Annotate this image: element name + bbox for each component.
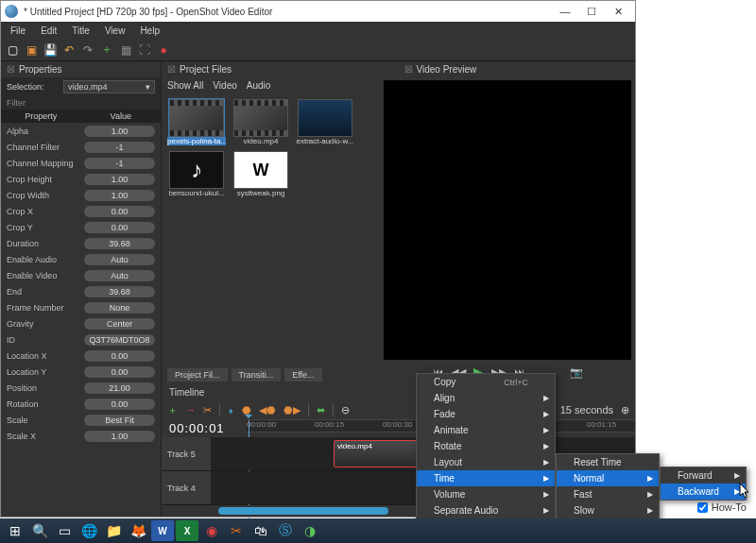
center-playhead-icon[interactable]: ⬌ (317, 404, 325, 416)
menu-item[interactable]: Time▶ (417, 470, 555, 486)
property-row[interactable]: Position21.00 (1, 380, 161, 396)
property-header: PropertyValue (1, 110, 161, 123)
project-files-tab: ☒Project Files (162, 61, 399, 76)
property-row[interactable]: End39.68 (1, 283, 161, 299)
property-row[interactable]: Enable AudioAuto (1, 251, 161, 267)
property-row[interactable]: Alpha1.00 (1, 123, 161, 139)
excel-icon[interactable]: X (176, 520, 198, 541)
razor-icon[interactable]: ✂ (203, 404, 212, 416)
start-icon[interactable]: ⊞ (4, 520, 26, 541)
profile-icon[interactable]: ▦ (118, 42, 133, 58)
properties-header: ☒Properties (1, 61, 161, 77)
chrome-icon[interactable]: 🌐 (77, 520, 100, 541)
filter-input[interactable]: Filter (1, 96, 161, 110)
project-file[interactable]: video.mp4 (232, 99, 290, 145)
menu-item[interactable]: Separate Audio▶ (417, 502, 555, 518)
taskbar: ⊞ 🔍 ▭ 🌐 📁 🦊 W X ◉ ✂ 🛍 Ⓢ ◑ (0, 518, 756, 543)
project-files-lower-tab[interactable]: Project Fil... (167, 368, 228, 382)
explorer-icon[interactable]: 📁 (102, 520, 125, 541)
panel-close-icon[interactable]: ☒ (404, 64, 413, 75)
property-row[interactable]: Scale X1.00 (1, 428, 161, 444)
property-row[interactable]: Duration39.68 (1, 235, 161, 251)
panel-close-icon[interactable]: ☒ (167, 64, 176, 75)
app-icon[interactable]: ◉ (200, 520, 223, 541)
property-row[interactable]: Crop X0.00 (1, 203, 161, 219)
menu-item[interactable]: CopyCtrl+C (417, 374, 555, 390)
properties-panel: ☒Properties Selection: video.mp4▾ Filter… (1, 61, 162, 517)
project-file[interactable]: Wsysttweak.png (232, 151, 290, 197)
next-marker-icon[interactable]: ⬣▶ (284, 404, 301, 416)
menu-item[interactable]: Volume▶ (417, 486, 555, 502)
property-row[interactable]: Crop Height1.00 (1, 171, 161, 187)
menu-item[interactable]: Normal▶ (557, 470, 659, 486)
selection-dropdown[interactable]: video.mp4▾ (63, 80, 155, 93)
menu-edit[interactable]: Edit (33, 24, 64, 38)
menu-view[interactable]: View (97, 24, 133, 38)
menu-title[interactable]: Title (64, 24, 97, 38)
menu-item[interactable]: Slow▶ (557, 502, 659, 518)
video-filter-tab[interactable]: Video (213, 80, 236, 91)
property-row[interactable]: Channel Filter-1 (1, 139, 161, 155)
property-row[interactable]: ScaleBest Fit (1, 412, 161, 428)
new-icon[interactable]: ▢ (5, 42, 20, 58)
audio-filter-tab[interactable]: Audio (247, 80, 271, 91)
skype-icon[interactable]: Ⓢ (274, 520, 297, 541)
project-file[interactable]: ♪bensound-ukul... (167, 151, 226, 197)
maximize-button[interactable]: ☐ (578, 3, 605, 20)
panel-close-icon[interactable]: ☒ (7, 64, 15, 75)
property-row[interactable]: IDQ3T76MDT0O8 (1, 331, 161, 348)
project-file[interactable]: pexels-polina-ta... (167, 99, 226, 145)
remove-track-icon[interactable]: → (185, 404, 196, 416)
redo-icon[interactable]: ↷ (80, 42, 95, 58)
menu-file[interactable]: File (3, 24, 33, 38)
save-icon[interactable]: 💾 (43, 42, 58, 58)
fullscreen-icon[interactable]: ⛶ (137, 42, 152, 58)
export-icon[interactable]: ● (156, 42, 171, 58)
property-row[interactable]: GravityCenter (1, 315, 161, 331)
zoom-label: 15 seconds (560, 404, 613, 416)
property-row[interactable]: Location X0.00 (1, 348, 161, 364)
menu-help[interactable]: Help (132, 24, 167, 38)
effects-tab[interactable]: Effe... (284, 368, 321, 382)
menu-item[interactable]: Fade▶ (417, 406, 555, 422)
show-all-tab[interactable]: Show All (167, 80, 203, 91)
menu-item[interactable]: Reset Time (557, 454, 659, 470)
menu-item[interactable]: Fast▶ (557, 486, 659, 502)
property-row[interactable]: Enable VideoAuto (1, 267, 161, 283)
taskview-icon[interactable]: ▭ (53, 520, 76, 541)
word-icon[interactable]: W (151, 520, 174, 541)
snap-icon[interactable]: ⬧ (228, 404, 234, 416)
property-row[interactable]: Crop Y0.00 (1, 219, 161, 235)
add-track-icon[interactable]: ＋ (167, 403, 178, 417)
property-row[interactable]: Frame NumberNone (1, 299, 161, 315)
close-button[interactable]: ✕ (605, 3, 631, 20)
project-file[interactable]: extract-audio-w... (296, 99, 354, 145)
firefox-icon[interactable]: 🦊 (127, 520, 149, 541)
add-icon[interactable]: ＋ (99, 42, 114, 58)
menu-item[interactable]: Layout▶ (417, 454, 555, 470)
snapshot-icon[interactable]: 📷 (570, 366, 583, 379)
prev-marker-icon[interactable]: ◀⬣ (259, 404, 276, 416)
menu-item[interactable]: Animate▶ (417, 422, 555, 438)
snip-icon[interactable]: ✂ (225, 520, 248, 541)
property-row[interactable]: Rotation0.00 (1, 396, 161, 412)
search-icon[interactable]: 🔍 (28, 520, 51, 541)
timeline-toolbar: ＋ → ✂ ⬧ ⬣ ◀⬣ ⬣▶ ⬌ ⊖ ☐ 15 seconds ⊕ (162, 400, 635, 419)
openshot-taskbar-icon[interactable]: ◑ (299, 520, 321, 541)
minimize-button[interactable]: — (552, 3, 578, 20)
project-files-grid: pexels-polina-ta...video.mp4extract-audi… (162, 93, 380, 203)
undo-icon[interactable]: ↶ (61, 42, 77, 58)
zoom-in-icon[interactable]: ⊕ (621, 404, 629, 416)
store-icon[interactable]: 🛍 (249, 520, 272, 541)
menu-item[interactable]: Backward▶ (661, 484, 746, 500)
property-row[interactable]: Channel Mapping-1 (1, 155, 161, 171)
howto-checkbox[interactable]: How-To (697, 501, 747, 513)
zoom-out-icon[interactable]: ⊖ (341, 404, 350, 416)
menu-item[interactable]: Forward▶ (661, 467, 746, 484)
menu-item[interactable]: Align▶ (417, 390, 555, 406)
transitions-tab[interactable]: Transiti... (232, 368, 282, 382)
property-row[interactable]: Location Y0.00 (1, 364, 161, 380)
menu-item[interactable]: Rotate▶ (417, 438, 555, 454)
property-row[interactable]: Crop Width1.00 (1, 187, 161, 203)
open-icon[interactable]: ▣ (24, 42, 39, 58)
